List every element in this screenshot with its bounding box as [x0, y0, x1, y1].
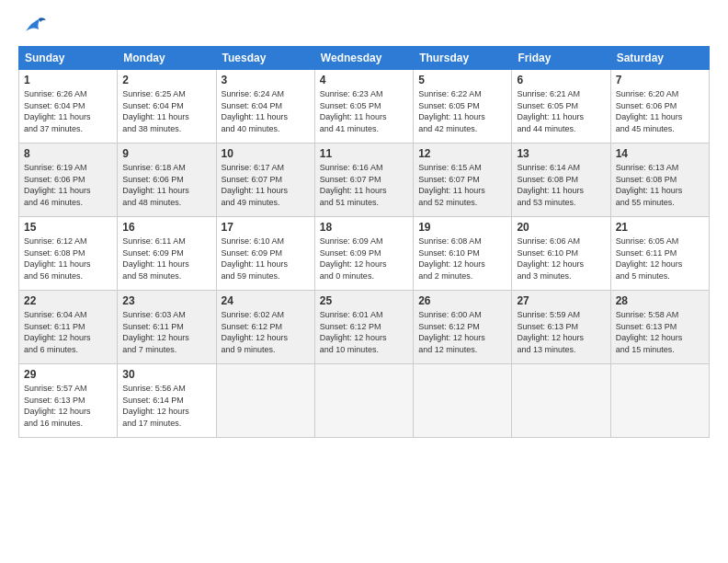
day-info: Sunrise: 5:58 AM Sunset: 6:13 PM Dayligh…	[616, 309, 704, 355]
day-info: Sunrise: 6:12 AM Sunset: 6:08 PM Dayligh…	[24, 236, 112, 282]
calendar-cell: 18Sunrise: 6:09 AM Sunset: 6:09 PM Dayli…	[314, 217, 413, 291]
day-info: Sunrise: 6:22 AM Sunset: 6:05 PM Dayligh…	[418, 88, 506, 134]
day-number: 19	[418, 221, 506, 234]
day-number: 25	[320, 294, 408, 307]
day-info: Sunrise: 6:06 AM Sunset: 6:10 PM Dayligh…	[517, 236, 605, 282]
calendar-cell: 6Sunrise: 6:21 AM Sunset: 6:05 PM Daylig…	[512, 70, 610, 144]
day-number: 29	[24, 368, 112, 381]
day-number: 17	[222, 221, 310, 234]
calendar-cell: 16Sunrise: 6:11 AM Sunset: 6:09 PM Dayli…	[118, 217, 216, 291]
day-number: 1	[24, 74, 112, 86]
day-number: 9	[122, 147, 210, 160]
day-number: 28	[616, 294, 704, 307]
day-number: 15	[24, 221, 112, 234]
day-number: 14	[616, 147, 704, 160]
day-number: 22	[24, 294, 112, 307]
day-info: Sunrise: 6:26 AM Sunset: 6:04 PM Dayligh…	[24, 88, 112, 134]
col-header-saturday: Saturday	[610, 47, 709, 70]
logo	[18, 15, 48, 35]
calendar-table: SundayMondayTuesdayWednesdayThursdayFrid…	[18, 46, 710, 438]
calendar-week-row: 29Sunrise: 5:57 AM Sunset: 6:13 PM Dayli…	[19, 364, 710, 438]
calendar-cell	[216, 364, 314, 438]
calendar-week-row: 15Sunrise: 6:12 AM Sunset: 6:08 PM Dayli…	[19, 217, 710, 291]
day-number: 10	[222, 147, 310, 160]
calendar-cell: 15Sunrise: 6:12 AM Sunset: 6:08 PM Dayli…	[19, 217, 118, 291]
page: SundayMondayTuesdayWednesdayThursdayFrid…	[0, 0, 728, 563]
calendar-cell: 21Sunrise: 6:05 AM Sunset: 6:11 PM Dayli…	[610, 217, 709, 291]
calendar-cell: 13Sunrise: 6:14 AM Sunset: 6:08 PM Dayli…	[512, 144, 610, 217]
day-info: Sunrise: 6:16 AM Sunset: 6:07 PM Dayligh…	[320, 162, 408, 208]
day-info: Sunrise: 6:05 AM Sunset: 6:11 PM Dayligh…	[616, 236, 704, 282]
calendar-cell: 2Sunrise: 6:25 AM Sunset: 6:04 PM Daylig…	[118, 70, 216, 144]
day-info: Sunrise: 5:59 AM Sunset: 6:13 PM Dayligh…	[517, 309, 605, 355]
col-header-wednesday: Wednesday	[314, 47, 413, 70]
day-number: 18	[320, 221, 408, 234]
day-info: Sunrise: 6:02 AM Sunset: 6:12 PM Dayligh…	[222, 309, 310, 355]
day-info: Sunrise: 6:24 AM Sunset: 6:04 PM Dayligh…	[222, 88, 310, 134]
calendar-cell: 25Sunrise: 6:01 AM Sunset: 6:12 PM Dayli…	[314, 291, 413, 364]
calendar-cell: 14Sunrise: 6:13 AM Sunset: 6:08 PM Dayli…	[610, 144, 709, 217]
day-info: Sunrise: 5:57 AM Sunset: 6:13 PM Dayligh…	[24, 383, 112, 429]
col-header-tuesday: Tuesday	[216, 47, 314, 70]
calendar-cell	[610, 364, 709, 438]
calendar-week-row: 22Sunrise: 6:04 AM Sunset: 6:11 PM Dayli…	[19, 291, 710, 364]
calendar-cell: 30Sunrise: 5:56 AM Sunset: 6:14 PM Dayli…	[118, 364, 216, 438]
calendar-cell: 29Sunrise: 5:57 AM Sunset: 6:13 PM Dayli…	[19, 364, 118, 438]
calendar-header-row: SundayMondayTuesdayWednesdayThursdayFrid…	[19, 47, 710, 70]
day-number: 16	[122, 221, 210, 234]
day-number: 24	[222, 294, 310, 307]
calendar-week-row: 8Sunrise: 6:19 AM Sunset: 6:06 PM Daylig…	[19, 144, 710, 217]
day-info: Sunrise: 6:13 AM Sunset: 6:08 PM Dayligh…	[616, 162, 704, 208]
day-number: 20	[517, 221, 605, 234]
calendar-cell	[414, 364, 512, 438]
calendar-cell: 5Sunrise: 6:22 AM Sunset: 6:05 PM Daylig…	[414, 70, 512, 144]
day-number: 12	[418, 147, 506, 160]
calendar-cell: 27Sunrise: 5:59 AM Sunset: 6:13 PM Dayli…	[512, 291, 610, 364]
calendar-cell: 3Sunrise: 6:24 AM Sunset: 6:04 PM Daylig…	[216, 70, 314, 144]
day-number: 27	[517, 294, 605, 307]
day-info: Sunrise: 6:08 AM Sunset: 6:10 PM Dayligh…	[418, 236, 506, 282]
col-header-monday: Monday	[118, 47, 216, 70]
calendar-cell	[512, 364, 610, 438]
calendar-cell: 4Sunrise: 6:23 AM Sunset: 6:05 PM Daylig…	[314, 70, 413, 144]
calendar-cell	[314, 364, 413, 438]
day-info: Sunrise: 6:20 AM Sunset: 6:06 PM Dayligh…	[616, 88, 704, 134]
day-info: Sunrise: 6:00 AM Sunset: 6:12 PM Dayligh…	[418, 309, 506, 355]
day-info: Sunrise: 6:15 AM Sunset: 6:07 PM Dayligh…	[418, 162, 506, 208]
day-info: Sunrise: 6:17 AM Sunset: 6:07 PM Dayligh…	[222, 162, 310, 208]
day-info: Sunrise: 6:23 AM Sunset: 6:05 PM Dayligh…	[320, 88, 408, 134]
day-number: 4	[320, 74, 408, 86]
day-info: Sunrise: 5:56 AM Sunset: 6:14 PM Dayligh…	[122, 383, 210, 429]
calendar-week-row: 1Sunrise: 6:26 AM Sunset: 6:04 PM Daylig…	[19, 70, 710, 144]
col-header-friday: Friday	[512, 47, 610, 70]
calendar-cell: 12Sunrise: 6:15 AM Sunset: 6:07 PM Dayli…	[414, 144, 512, 217]
day-info: Sunrise: 6:03 AM Sunset: 6:11 PM Dayligh…	[122, 309, 210, 355]
calendar-cell: 8Sunrise: 6:19 AM Sunset: 6:06 PM Daylig…	[19, 144, 118, 217]
day-info: Sunrise: 6:04 AM Sunset: 6:11 PM Dayligh…	[24, 309, 112, 355]
day-number: 2	[122, 74, 210, 86]
calendar-cell: 26Sunrise: 6:00 AM Sunset: 6:12 PM Dayli…	[414, 291, 512, 364]
logo-bird-icon	[22, 15, 48, 35]
header	[18, 15, 710, 35]
day-number: 21	[616, 221, 704, 234]
col-header-sunday: Sunday	[19, 47, 118, 70]
day-number: 13	[517, 147, 605, 160]
calendar-cell: 24Sunrise: 6:02 AM Sunset: 6:12 PM Dayli…	[216, 291, 314, 364]
calendar-cell: 9Sunrise: 6:18 AM Sunset: 6:06 PM Daylig…	[118, 144, 216, 217]
day-number: 26	[418, 294, 506, 307]
day-info: Sunrise: 6:19 AM Sunset: 6:06 PM Dayligh…	[24, 162, 112, 208]
calendar-cell: 23Sunrise: 6:03 AM Sunset: 6:11 PM Dayli…	[118, 291, 216, 364]
calendar-cell: 19Sunrise: 6:08 AM Sunset: 6:10 PM Dayli…	[414, 217, 512, 291]
calendar-cell: 22Sunrise: 6:04 AM Sunset: 6:11 PM Dayli…	[19, 291, 118, 364]
day-number: 8	[24, 147, 112, 160]
calendar-cell: 28Sunrise: 5:58 AM Sunset: 6:13 PM Dayli…	[610, 291, 709, 364]
day-info: Sunrise: 6:11 AM Sunset: 6:09 PM Dayligh…	[122, 236, 210, 282]
calendar-cell: 1Sunrise: 6:26 AM Sunset: 6:04 PM Daylig…	[19, 70, 118, 144]
day-number: 6	[517, 74, 605, 86]
day-info: Sunrise: 6:10 AM Sunset: 6:09 PM Dayligh…	[222, 236, 310, 282]
day-number: 23	[122, 294, 210, 307]
day-info: Sunrise: 6:14 AM Sunset: 6:08 PM Dayligh…	[517, 162, 605, 208]
calendar-cell: 7Sunrise: 6:20 AM Sunset: 6:06 PM Daylig…	[610, 70, 709, 144]
day-number: 5	[418, 74, 506, 86]
day-info: Sunrise: 6:21 AM Sunset: 6:05 PM Dayligh…	[517, 88, 605, 134]
